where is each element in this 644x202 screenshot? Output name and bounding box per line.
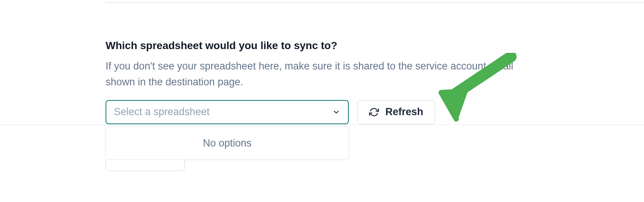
dropdown-panel[interactable]: No options bbox=[106, 126, 349, 160]
chevron-down-icon bbox=[332, 108, 340, 116]
controls-row: Select a spreadsheet Refresh bbox=[106, 100, 629, 124]
top-divider bbox=[106, 2, 644, 3]
form-section: Which spreadsheet would you like to sync… bbox=[106, 40, 629, 124]
select-placeholder: Select a spreadsheet bbox=[114, 106, 332, 118]
refresh-icon bbox=[369, 107, 379, 117]
section-question: Which spreadsheet would you like to sync… bbox=[106, 40, 629, 52]
refresh-button[interactable]: Refresh bbox=[357, 100, 435, 124]
spreadsheet-select[interactable]: Select a spreadsheet bbox=[106, 100, 349, 124]
hidden-button-remnant bbox=[106, 160, 185, 171]
horizontal-divider bbox=[0, 125, 644, 125]
no-options-text: No options bbox=[203, 137, 251, 149]
section-description: If you don't see your spreadsheet here, … bbox=[106, 59, 543, 90]
refresh-label: Refresh bbox=[385, 106, 423, 118]
spreadsheet-select-wrapper: Select a spreadsheet bbox=[106, 100, 349, 124]
